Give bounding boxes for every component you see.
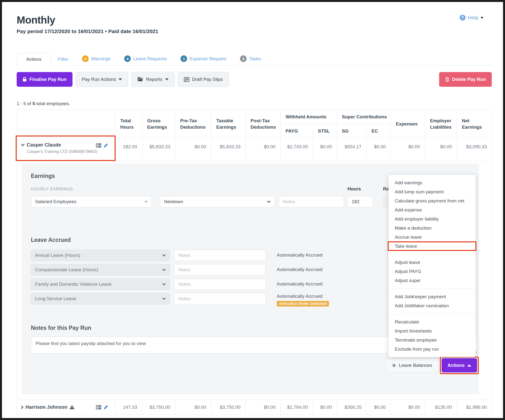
accrued-text: Automatically Accrued: [277, 294, 329, 299]
help-menu[interactable]: ? Help: [460, 15, 483, 21]
menu-item-terminate-employee[interactable]: Terminate employee: [388, 335, 476, 345]
menu-item-add-jobmaker-nomination[interactable]: Add JobMaker nomination: [388, 301, 476, 310]
annotation-actions-button: Actions: [440, 357, 479, 374]
menu-item-adjust-payg[interactable]: Adjust PAYG: [388, 267, 476, 276]
automatically-accrued-label: Automatically Accrued: [277, 250, 323, 258]
tab-filter[interactable]: Filter: [51, 53, 75, 65]
col-header-post-tax-deductions: Post-Tax Deductions: [246, 110, 281, 138]
cell-net-earnings: $1,986.00: [457, 400, 492, 415]
col-header-payg: PAYG: [281, 124, 313, 138]
cell-taxable-earnings: $3,750.00: [211, 400, 246, 415]
menu-item-calculate-gross-payment-from-net[interactable]: Calculate gross payment from net: [388, 196, 476, 205]
employee-column-header: [17, 110, 115, 138]
col-header-ec: EC: [367, 124, 391, 138]
employee-row[interactable]: Casper ClaudeCasper's Training LTD (5860…: [17, 138, 492, 161]
pay-period-subtitle: Pay period 17/12/2020 to 16/01/2021 • Pa…: [17, 28, 488, 34]
location-value: Newtown: [164, 199, 183, 204]
chevron-down-icon: [162, 297, 166, 300]
reports-label: Reports: [146, 77, 162, 82]
cell-pre-tax-deductions: $0.00: [175, 138, 211, 161]
employee-count-summary: 1 - 5 of 5 total employees.: [17, 101, 488, 106]
pay-run-actions-button[interactable]: Pay Run Actions: [76, 72, 128, 87]
actions-label: Actions: [447, 363, 465, 368]
pay-category-value: Salaried Employees: [35, 199, 76, 204]
cell-employer-liabilities: $135.00: [425, 400, 457, 415]
detail-footer: ✈ Leave Balances Actions: [31, 358, 477, 372]
leave-type-select[interactable]: Family and Domestic Violence Leave: [31, 279, 170, 290]
chevron-down-icon[interactable]: [21, 144, 25, 146]
menu-item-accrue-leave[interactable]: Accrue leave: [388, 233, 476, 242]
chevron-down-icon: [162, 269, 166, 271]
col-header-expenses: Expenses: [391, 110, 425, 138]
col-header-stsl: STSL: [313, 124, 337, 138]
col-header-pre-tax-deductions: Pre-Tax Deductions: [175, 110, 211, 138]
leave-notes-input[interactable]: [174, 293, 266, 304]
menu-item-import-timesheets[interactable]: Import timesheets: [388, 326, 476, 335]
leave-notes-input[interactable]: [174, 279, 266, 290]
leave-type-select[interactable]: Compassionate Leave (Hours): [31, 264, 170, 275]
menu-item-recalculate[interactable]: Recalculate: [388, 317, 476, 326]
tab-actions[interactable]: Actions: [17, 53, 51, 66]
edit-pencil-icon[interactable]: [104, 405, 108, 409]
draft-pay-slips-button[interactable]: Draft Pay Slips: [178, 72, 229, 87]
edit-pencil-icon[interactable]: [104, 143, 108, 148]
plane-icon: ✈: [392, 362, 396, 369]
tab-label: Leave Requests: [133, 56, 167, 62]
cell-payg: $2,743.00: [281, 138, 313, 161]
row-action-icons: [96, 143, 108, 148]
cell-employer-liabilities: $0.00: [425, 138, 457, 161]
menu-item-add-expense[interactable]: Add expense: [388, 205, 476, 214]
menu-divider: [388, 254, 476, 254]
menu-item-make-a-deduction[interactable]: Make a deduction: [388, 223, 476, 233]
leave-type-select[interactable]: Long Service Leave: [31, 293, 170, 304]
payslip-notes-icon[interactable]: [96, 405, 101, 409]
reports-button[interactable]: Reports: [131, 72, 175, 87]
accrued-text: Automatically Accrued: [277, 267, 323, 272]
cell-gross-earnings: $5,833.33: [142, 138, 175, 161]
menu-item-add-jobkeeper-payment[interactable]: Add JobKeeper payment: [388, 292, 476, 301]
menu-item-adjust-super[interactable]: Adjust super: [388, 276, 476, 285]
tab-badge: 2: [240, 55, 247, 62]
cell-stsl: $0.00: [313, 400, 337, 415]
accrued-text: Automatically Accrued: [277, 252, 323, 258]
delete-pay-run-button[interactable]: Delete Pay Run: [439, 72, 492, 87]
leave-type-select[interactable]: Annual Leave (Hours): [31, 250, 170, 261]
help-icon: ?: [460, 15, 466, 21]
menu-item-add-lump-sum-payment[interactable]: Add lump sum payment: [388, 187, 476, 196]
leave-notes-input[interactable]: [174, 250, 266, 261]
automatically-accrued-label: Automatically Accrued: [277, 264, 323, 272]
draft-pay-slips-label: Draft Pay Slips: [192, 77, 223, 82]
cell-pre-tax-deductions: $0.00: [175, 400, 211, 415]
employee-row[interactable]: Harrison Johnson147.33$3,750.00$0.00$3,7…: [17, 400, 492, 415]
leave-notes-input[interactable]: [174, 264, 266, 275]
delete-pay-run-label: Delete Pay Run: [452, 77, 486, 82]
leave-balances-button[interactable]: ✈ Leave Balances: [386, 358, 438, 372]
menu-item-exclude-from-pay-run[interactable]: Exclude from pay run: [388, 345, 476, 354]
finalise-pay-run-button[interactable]: Finalise Pay Run: [17, 72, 72, 87]
tab-label: Expense Request: [190, 56, 226, 62]
chevron-right-icon[interactable]: [21, 405, 24, 409]
leave-type-value: Annual Leave (Hours): [35, 253, 80, 258]
hours-input[interactable]: [348, 196, 373, 207]
tab-warnings[interactable]: 4Warnings: [75, 52, 118, 65]
payslip-notes-icon[interactable]: [96, 143, 101, 148]
cell-stsl: $0.00: [313, 138, 337, 161]
menu-item-add-earnings[interactable]: Add earnings: [388, 178, 476, 187]
menu-item-adjust-leave[interactable]: Adjust leave: [388, 258, 476, 267]
pay-category-select[interactable]: Salaried Employees: [31, 196, 152, 207]
annotation-take-leave: [388, 241, 476, 251]
earnings-notes-input[interactable]: [279, 196, 344, 207]
tab-leave-requests[interactable]: 4Leave Requests: [117, 52, 174, 65]
actions-button[interactable]: Actions: [442, 358, 477, 372]
menu-item-take-leave[interactable]: Take leave: [388, 242, 476, 251]
row-action-icons: [96, 405, 108, 409]
col-group-withheld-amounts: Withheld Amounts: [281, 110, 337, 124]
menu-item-add-employer-liability[interactable]: Add employer liability: [388, 214, 476, 223]
col-header-employer-liabilities: Employer Liabilities: [425, 110, 457, 138]
tab-expense-request[interactable]: 1Expense Request: [174, 52, 233, 65]
folder-icon: [137, 77, 143, 82]
cell-sg: $554.17: [337, 138, 367, 161]
location-select[interactable]: Newtown: [160, 196, 275, 207]
toolbar: Finalise Pay Run Pay Run Actions Reports…: [17, 72, 492, 87]
tab-tasks[interactable]: 2Tasks: [233, 52, 268, 65]
